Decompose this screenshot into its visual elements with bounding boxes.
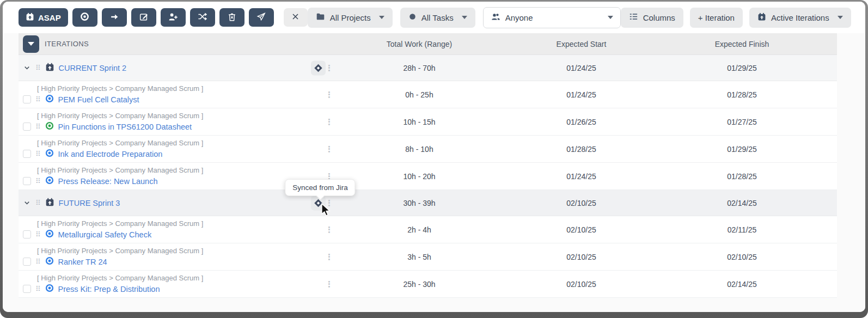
task-checkbox[interactable] <box>23 230 31 238</box>
breadcrumb: [ High Priority Projects > Company Manag… <box>37 166 338 174</box>
columns-label: Columns <box>643 13 675 22</box>
total-work-value: 3h - 5h <box>338 253 501 261</box>
task-status-icon[interactable] <box>45 121 54 132</box>
iterations-header-label: ITERATIONS <box>45 40 89 48</box>
drag-handle-icon[interactable]: ⠿ <box>35 258 41 265</box>
calendar-up-icon <box>26 13 34 23</box>
collapse-chevron-icon[interactable] <box>23 199 31 207</box>
chevron-down-icon <box>608 16 613 19</box>
move-right-button[interactable] <box>102 8 127 27</box>
task-status-icon[interactable] <box>45 149 54 159</box>
task-row: [ High Priority Projects > Company Manag… <box>19 271 837 298</box>
users-icon <box>491 12 501 23</box>
row-menu-icon[interactable]: ⋮ <box>324 279 334 289</box>
task-status-icon[interactable] <box>45 176 54 186</box>
total-work-value: 10h - 15h <box>338 118 501 126</box>
active-iterations-select[interactable]: Active Iterations <box>749 8 851 28</box>
expected-finish-value: 02/14/25 <box>662 280 822 289</box>
drag-handle-icon[interactable]: ⠿ <box>35 150 41 157</box>
assignee-select-value: Anyone <box>505 13 533 22</box>
task-link[interactable]: PEM Fuel Cell Catalyst <box>58 95 139 104</box>
chevron-down-icon <box>462 16 467 19</box>
task-status-icon[interactable] <box>45 94 54 105</box>
close-icon <box>291 13 299 23</box>
drag-handle-icon[interactable]: ⠿ <box>35 64 41 71</box>
delete-button[interactable] <box>219 8 244 27</box>
row-menu-icon[interactable]: ⋮ <box>324 63 334 73</box>
expected-start-value: 01/26/25 <box>501 118 662 126</box>
collapse-chevron-icon[interactable] <box>23 64 31 72</box>
expected-start-value: 02/10/25 <box>501 280 662 289</box>
asap-label: ASAP <box>38 13 61 22</box>
task-link[interactable]: Metallurgical Safety Check <box>58 230 152 239</box>
task-checkbox[interactable] <box>23 258 31 266</box>
drag-handle-icon[interactable]: ⠿ <box>35 285 41 292</box>
chevron-down-icon <box>838 16 843 19</box>
expected-finish-value: 01/29/25 <box>662 145 822 154</box>
expected-start-value: 02/10/25 <box>501 253 662 261</box>
send-button[interactable] <box>249 8 274 27</box>
task-link[interactable]: Press Kit: Prep & Distribution <box>58 285 160 293</box>
drag-handle-icon[interactable]: ⠿ <box>35 123 41 130</box>
table-header: ITERATIONS Total Work (Range) Expected S… <box>19 33 837 55</box>
iterations-panel: ITERATIONS Total Work (Range) Expected S… <box>3 33 865 312</box>
task-status-icon[interactable] <box>45 284 54 294</box>
task-checkbox[interactable] <box>23 177 31 185</box>
task-status-icon[interactable] <box>45 229 54 240</box>
target-button[interactable] <box>72 8 97 27</box>
task-link[interactable]: Ink and Electrode Preparation <box>58 150 163 158</box>
folder-icon <box>316 12 325 23</box>
expected-finish-value: 02/10/25 <box>662 253 822 261</box>
sprint-link[interactable]: FUTURE Sprint 3 <box>59 199 120 207</box>
row-menu-icon[interactable]: ⋮ <box>324 252 334 262</box>
task-checkbox[interactable] <box>23 123 31 131</box>
total-work-value: 25h - 30h <box>338 280 501 289</box>
task-link[interactable]: Pin Functions in TPS61200 Datasheet <box>58 123 192 131</box>
drag-handle-icon[interactable]: ⠿ <box>35 231 41 238</box>
toolbar: ASAP <box>3 2 865 33</box>
total-work-value: 28h - 70h <box>338 64 501 72</box>
drag-handle-icon[interactable]: ⠿ <box>35 178 41 185</box>
triangle-down-icon <box>28 42 34 46</box>
collapse-all-button[interactable] <box>23 35 39 53</box>
drag-handle-icon[interactable]: ⠿ <box>35 96 41 103</box>
expected-finish-header: Expected Finish <box>662 40 822 48</box>
row-menu-icon[interactable]: ⋮ <box>324 117 334 127</box>
asap-button[interactable]: ASAP <box>19 8 68 27</box>
clear-selection-button[interactable] <box>284 8 308 27</box>
expected-start-value: 02/10/25 <box>501 199 662 207</box>
columns-button[interactable]: Columns <box>621 8 683 28</box>
expected-start-value: 01/24/25 <box>501 172 662 181</box>
expected-start-header: Expected Start <box>501 40 662 48</box>
task-checkbox[interactable] <box>23 150 31 158</box>
task-checkbox[interactable] <box>23 95 31 103</box>
task-status-icon[interactable] <box>45 256 54 267</box>
shuffle-button[interactable] <box>190 8 215 27</box>
jira-sync-tooltip: Synced from Jira <box>285 179 355 196</box>
task-checkbox[interactable] <box>23 285 31 293</box>
total-work-value: 8h - 10h <box>338 145 501 154</box>
columns-icon <box>629 13 638 22</box>
jira-sync-icon[interactable] <box>311 60 326 75</box>
add-iteration-button[interactable]: + Iteration <box>690 8 743 28</box>
task-link[interactable]: Ranker TR 24 <box>58 258 107 266</box>
task-link[interactable]: Press Release: New Launch <box>58 177 158 186</box>
expected-start-value: 01/24/25 <box>501 90 662 99</box>
assignee-select[interactable]: Anyone <box>483 7 621 28</box>
task-row: [ High Priority Projects > Company Manag… <box>19 108 837 136</box>
edit-button[interactable] <box>131 8 156 27</box>
drag-handle-icon[interactable]: ⠿ <box>35 199 41 206</box>
sprint-link[interactable]: CURRENT Sprint 2 <box>59 64 127 72</box>
row-menu-icon[interactable]: ⋮ <box>324 144 334 154</box>
tasks-filter[interactable]: All Tasks <box>400 8 475 28</box>
shuffle-icon <box>197 11 207 23</box>
assign-user-button[interactable] <box>161 8 186 27</box>
projects-filter[interactable]: All Projects <box>308 8 393 28</box>
task-row: [ High Priority Projects > Company Manag… <box>19 216 837 243</box>
row-menu-icon[interactable]: ⋮ <box>324 90 334 100</box>
breadcrumb: [ High Priority Projects > Company Manag… <box>37 247 338 255</box>
total-work-value: 10h - 20h <box>338 172 501 181</box>
breadcrumb: [ High Priority Projects > Company Manag… <box>37 139 338 147</box>
row-menu-icon[interactable]: ⋮ <box>324 225 334 235</box>
iteration-calendar-icon <box>45 198 54 209</box>
